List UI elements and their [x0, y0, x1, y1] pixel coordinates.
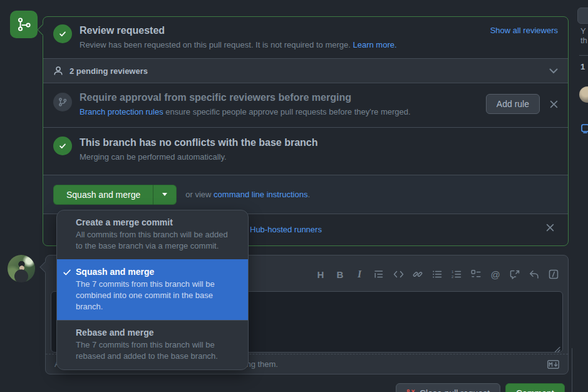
- no-conflicts-section: This branch has no conflicts with the ba…: [43, 127, 568, 175]
- sidebar-count-fragment: 1: [580, 62, 585, 71]
- pull-request-closed-icon: [406, 389, 415, 392]
- mention-icon[interactable]: @: [487, 266, 503, 282]
- no-conflicts-description: Merging can be performed automatically.: [80, 152, 558, 162]
- add-rule-button[interactable]: Add rule: [486, 94, 540, 114]
- close-pull-request-button[interactable]: Close pull request: [396, 383, 500, 392]
- no-conflicts-title: This branch has no conflicts with the ba…: [80, 137, 558, 149]
- user-avatar: [8, 255, 35, 282]
- merge-options-caret-button[interactable]: [153, 185, 177, 205]
- reply-icon[interactable]: [526, 266, 542, 282]
- sidebar-avatar[interactable]: [579, 86, 588, 103]
- sidebar-edge-divider: [572, 348, 572, 392]
- cross-reference-icon[interactable]: [507, 266, 523, 282]
- hosted-runners-link[interactable]: Hub-hosted runners: [250, 225, 322, 234]
- check-circle-icon: [53, 24, 72, 43]
- branch-protection-title: Require approval from specific reviewers…: [80, 91, 478, 104]
- check-circle-icon: [53, 137, 72, 155]
- svg-text:1: 1: [451, 270, 454, 274]
- learn-more-link[interactable]: Learn more.: [353, 40, 396, 49]
- dismiss-runners-icon[interactable]: [546, 224, 554, 232]
- markdown-icon: [547, 360, 559, 369]
- comment-button[interactable]: Comment: [505, 383, 565, 392]
- unordered-list-icon[interactable]: [429, 266, 445, 282]
- sidebar-blue-icon: [581, 124, 588, 133]
- dismiss-protection-icon[interactable]: [550, 100, 558, 108]
- branch-protection-description: Branch protection rules ensure specific …: [80, 107, 478, 116]
- git-branch-icon: [53, 93, 72, 111]
- git-merge-icon: [16, 16, 32, 33]
- link-icon[interactable]: [410, 266, 426, 282]
- task-list-icon[interactable]: [468, 266, 484, 282]
- cli-instructions-text: or view command line instructions.: [185, 190, 310, 199]
- resize-grip-icon[interactable]: [554, 346, 560, 353]
- menu-item-squash-and-merge[interactable]: Squash and merge The 7 commits from this…: [57, 259, 248, 320]
- slash-command-icon[interactable]: [545, 266, 562, 282]
- pending-reviewers-row[interactable]: 2 pending reviewers: [43, 58, 568, 83]
- squash-and-merge-button[interactable]: Squash and merge: [53, 185, 153, 205]
- sidebar-button-fragment[interactable]: [577, 8, 588, 24]
- bold-icon[interactable]: B: [332, 266, 348, 282]
- check-icon: [63, 268, 71, 277]
- heading-icon[interactable]: H: [312, 266, 329, 282]
- review-requested-description: Review has been requested on this pull r…: [80, 40, 558, 49]
- show-all-reviewers-link[interactable]: Show all reviewers: [490, 24, 558, 35]
- command-line-instructions-link[interactable]: command line instructions: [214, 190, 307, 199]
- ordered-list-icon[interactable]: 12: [448, 266, 465, 282]
- merge-badge: [10, 11, 38, 38]
- person-icon: [53, 66, 63, 76]
- code-icon[interactable]: [390, 266, 406, 282]
- sidebar-text-fragment: Y: [580, 26, 586, 36]
- branch-protection-section: Require approval from specific reviewers…: [43, 83, 568, 127]
- svg-text:2: 2: [451, 275, 454, 279]
- pending-reviewers-label: 2 pending reviewers: [70, 66, 148, 76]
- sidebar-divider: [579, 55, 588, 56]
- sidebar-text-fragment: th: [580, 36, 587, 45]
- menu-item-rebase-and-merge[interactable]: Rebase and merge The 7 commits from this…: [57, 320, 248, 369]
- caret-down-icon: [162, 193, 167, 196]
- review-requested-section: Review requested Show all reviewers Revi…: [43, 17, 568, 58]
- review-requested-title: Review requested: [80, 24, 165, 37]
- menu-item-create-merge-commit[interactable]: Create a merge commit All commits from t…: [57, 210, 248, 259]
- merge-actions-bar: Squash and merge or view command line in…: [43, 175, 568, 214]
- italic-icon[interactable]: I: [351, 266, 368, 282]
- branch-protection-rules-link[interactable]: Branch protection rules: [80, 107, 163, 116]
- chevron-down-icon[interactable]: [549, 68, 558, 74]
- merge-method-dropdown: Create a merge commit All commits from t…: [56, 210, 249, 370]
- quote-icon[interactable]: [371, 266, 387, 282]
